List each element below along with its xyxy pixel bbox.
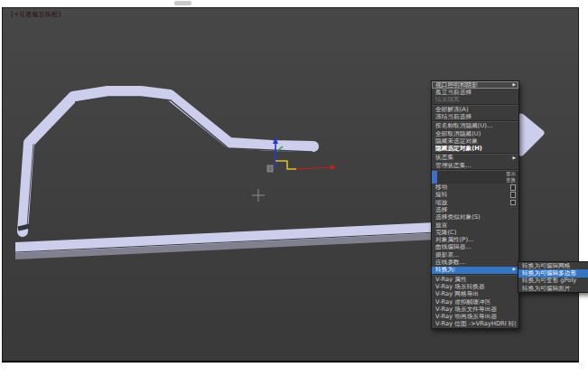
settings-box-icon[interactable]: [510, 192, 517, 198]
3d-viewport[interactable]: [+][透视][线框] 视口照明和阴影▶孤立当前选择结束隔离全部解冻(A)冻结当…: [2, 7, 579, 363]
menu-item-label: 选择类似对象(S): [435, 214, 516, 221]
menu-item-label: 管理状态集...: [435, 163, 516, 169]
menu-item[interactable]: 隐藏未选定对象: [432, 137, 518, 145]
quad-title-label: 显示: [506, 171, 516, 177]
menu-item[interactable]: 选择类似对象(S): [432, 213, 518, 221]
menu-item-label: V-Ray 网格导出: [435, 291, 516, 297]
submenu-arrow-icon: ▶: [513, 156, 516, 161]
menu-item-label: 转换为可变形 gPoly: [522, 278, 585, 284]
menu-item-label: 全部解冻(A): [435, 107, 516, 113]
menu-item-label: V-Ray 动画场景导出器: [435, 314, 516, 320]
menu-item-label: 缩放: [435, 200, 509, 206]
menu-item-label: 转换为:: [435, 267, 512, 273]
menu-item[interactable]: 缩放: [432, 199, 518, 206]
menu-item-label: 克隆(C): [435, 230, 516, 236]
gizmo-center-box: [267, 165, 273, 172]
viewport-label[interactable]: [+][透视][线框]: [11, 11, 61, 18]
quad-title-label: 变换: [506, 177, 516, 184]
menu-item-label: 选择: [435, 207, 516, 213]
menu-item-label: 连线参数...: [435, 259, 516, 266]
menu-item-label: 对象属性(P)...: [435, 237, 516, 243]
menu-item[interactable]: V-Ray 属性: [432, 276, 518, 283]
menu-item-label: V-Ray 场景文件导出器: [435, 306, 516, 313]
crosshair-icon: [252, 189, 265, 202]
submenu-arrow-icon: ▶: [513, 268, 516, 272]
menu-item[interactable]: 克隆(C): [432, 229, 518, 236]
page-artifact-smudge: [174, 1, 191, 5]
menu-item-label: V-Ray 属性: [435, 277, 516, 283]
menu-item-label: V-Ray 场景转换器: [435, 284, 516, 290]
menu-item[interactable]: 旋转: [432, 192, 518, 199]
menu-item[interactable]: 转换为可编辑面片: [518, 285, 588, 292]
menu-item[interactable]: 选择: [432, 206, 518, 213]
quad-context-menu: 视口照明和阴影▶孤立当前选择结束隔离全部解冻(A)冻结当前选择按名称取消隐藏(U…: [431, 80, 519, 329]
menu-item[interactable]: 冻结当前选择: [432, 113, 518, 120]
menu-item[interactable]: 转换为可变形 gPoly: [518, 278, 588, 285]
menu-item-label: 曲线编辑器...: [435, 244, 516, 250]
ribbon-end-cap: [18, 226, 30, 229]
menu-item[interactable]: 全部解冻(A): [432, 106, 518, 113]
menu-item[interactable]: V-Ray 网格导出: [432, 290, 518, 297]
gizmo-x-axis[interactable]: [296, 167, 331, 169]
menu-item-label: V-Ray 虚拟帧缓冲区: [435, 299, 516, 306]
menu-item[interactable]: 对象属性(P)...: [432, 236, 518, 243]
menu-item[interactable]: 孤立当前选择: [432, 89, 518, 96]
menu-item[interactable]: V-Ray 虚拟帧缓冲区: [432, 298, 518, 306]
menu-item-label: 隐藏选定对象(H): [435, 146, 516, 152]
settings-box-icon[interactable]: [510, 200, 517, 206]
menu-item-label: 状态集: [435, 155, 512, 161]
submenu-arrow-icon: ▶: [513, 83, 516, 88]
menu-item[interactable]: 摄影表...: [432, 251, 518, 259]
menu-item[interactable]: 转换为可编辑多边形: [518, 269, 588, 277]
menu-item[interactable]: 转换为:▶: [432, 267, 518, 274]
menu-item[interactable]: V-Ray 场景转换器: [432, 283, 518, 290]
ribbon-shape[interactable]: [23, 91, 313, 231]
menu-item-label: 视口照明和阴影: [435, 82, 512, 89]
gizmo-xy-plane-handle[interactable]: [275, 161, 296, 169]
menu-item[interactable]: 转换为可编辑网格: [518, 262, 588, 269]
menu-item[interactable]: 全部取消隐藏(U): [432, 130, 518, 137]
menu-item-label: V-Ray 位图 ->VRayHDRI 转换器: [435, 321, 516, 327]
menu-item-label: 移动: [435, 184, 509, 191]
menu-item-label: 转换为可编辑多边形: [522, 270, 585, 277]
menu-item[interactable]: V-Ray 场景文件导出器: [432, 306, 518, 313]
menu-item[interactable]: V-Ray 位图 ->VRayHDRI 转换器: [432, 321, 518, 328]
menu-item[interactable]: 按名称取消隐藏(U)...: [432, 122, 518, 129]
menu-item-label: 放置: [435, 222, 516, 229]
menu-item-label: 转换为可编辑面片: [522, 286, 585, 292]
menu-item-label: 隐藏未选定对象: [435, 138, 516, 145]
menu-item-label: 旋转: [435, 192, 509, 198]
menu-item[interactable]: 状态集▶: [432, 155, 518, 162]
menu-item-label: 结束隔离: [435, 97, 516, 103]
gizmo-x-arrowhead: [331, 165, 336, 170]
menu-item[interactable]: 隐藏选定对象(H): [432, 145, 518, 152]
menu-item[interactable]: 放置: [432, 221, 518, 229]
settings-box-icon[interactable]: [510, 184, 517, 191]
quad-marker-icon: [432, 177, 437, 184]
convert-to-submenu: 转换为可编辑网格转换为可编辑多边形转换为可变形 gPoly转换为可编辑面片: [518, 261, 588, 293]
quad-title-row[interactable]: 变换: [432, 177, 518, 184]
menu-item[interactable]: 结束隔离: [432, 97, 518, 104]
menu-item[interactable]: 管理状态集...: [432, 162, 518, 169]
menu-item-label: 孤立当前选择: [435, 90, 516, 96]
menu-item[interactable]: V-Ray 动画场景导出器: [432, 313, 518, 320]
menu-item[interactable]: 连线参数...: [432, 259, 518, 266]
quad-marker-icon: [432, 171, 437, 177]
menu-item[interactable]: 曲线编辑器...: [432, 244, 518, 251]
menu-item[interactable]: 移动: [432, 184, 518, 191]
arrow-shape[interactable]: [521, 117, 541, 153]
menu-item-label: 全部取消隐藏(U): [435, 131, 516, 137]
quad-title-row[interactable]: 显示: [432, 171, 518, 177]
menu-item-label: 摄影表...: [435, 252, 516, 259]
menu-item[interactable]: 视口照明和阴影▶: [432, 81, 518, 89]
menu-item-label: 转换为可编辑网格: [522, 263, 585, 269]
menu-item-label: 冻结当前选择: [435, 114, 516, 120]
menu-item-label: 按名称取消隐藏(U)...: [435, 123, 516, 129]
